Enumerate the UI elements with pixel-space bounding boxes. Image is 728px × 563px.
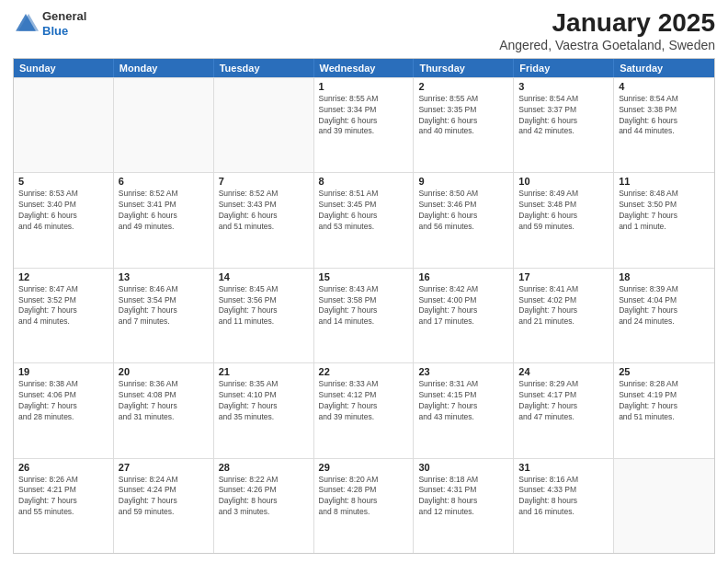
calendar-cell: 7Sunrise: 8:52 AM Sunset: 3:43 PM Daylig… xyxy=(214,173,314,267)
day-info: Sunrise: 8:49 AM Sunset: 3:48 PM Dayligh… xyxy=(518,189,609,233)
day-number: 10 xyxy=(518,176,609,187)
day-info: Sunrise: 8:18 AM Sunset: 4:31 PM Dayligh… xyxy=(418,475,508,519)
calendar-cell: 17Sunrise: 8:41 AM Sunset: 4:02 PM Dayli… xyxy=(514,269,614,362)
day-number: 27 xyxy=(119,462,209,473)
day-number: 4 xyxy=(619,81,710,92)
logo-icon xyxy=(13,11,39,37)
day-number: 29 xyxy=(319,462,409,473)
day-info: Sunrise: 8:52 AM Sunset: 3:41 PM Dayligh… xyxy=(119,189,209,233)
day-number: 31 xyxy=(518,462,609,473)
calendar-title: January 2025 xyxy=(499,9,715,38)
calendar-cell: 14Sunrise: 8:45 AM Sunset: 3:56 PM Dayli… xyxy=(214,269,314,362)
day-info: Sunrise: 8:51 AM Sunset: 3:45 PM Dayligh… xyxy=(319,189,409,233)
day-number: 15 xyxy=(319,271,409,282)
day-info: Sunrise: 8:54 AM Sunset: 3:38 PM Dayligh… xyxy=(619,94,710,138)
calendar-cell: 29Sunrise: 8:20 AM Sunset: 4:28 PM Dayli… xyxy=(314,459,415,553)
day-info: Sunrise: 8:46 AM Sunset: 3:54 PM Dayligh… xyxy=(119,284,209,328)
day-number: 5 xyxy=(18,176,108,187)
calendar-cell: 2Sunrise: 8:55 AM Sunset: 3:35 PM Daylig… xyxy=(414,78,514,172)
day-info: Sunrise: 8:26 AM Sunset: 4:21 PM Dayligh… xyxy=(18,475,108,519)
title-block: January 2025 Angered, Vaestra Goetaland,… xyxy=(499,9,715,52)
calendar-row: 26Sunrise: 8:26 AM Sunset: 4:21 PM Dayli… xyxy=(14,458,714,553)
day-number: 21 xyxy=(219,366,309,377)
day-number: 3 xyxy=(518,81,609,92)
day-info: Sunrise: 8:36 AM Sunset: 4:08 PM Dayligh… xyxy=(119,379,209,423)
calendar-row: 19Sunrise: 8:38 AM Sunset: 4:06 PM Dayli… xyxy=(14,362,714,457)
calendar-cell: 8Sunrise: 8:51 AM Sunset: 3:45 PM Daylig… xyxy=(314,173,415,267)
day-number: 18 xyxy=(619,271,710,282)
day-info: Sunrise: 8:54 AM Sunset: 3:37 PM Dayligh… xyxy=(518,94,609,138)
day-number: 16 xyxy=(418,271,508,282)
calendar-cell: 6Sunrise: 8:52 AM Sunset: 3:41 PM Daylig… xyxy=(114,173,214,267)
day-info: Sunrise: 8:29 AM Sunset: 4:17 PM Dayligh… xyxy=(518,379,609,423)
calendar-cell: 28Sunrise: 8:22 AM Sunset: 4:26 PM Dayli… xyxy=(214,459,314,553)
day-number: 20 xyxy=(119,366,209,377)
day-info: Sunrise: 8:33 AM Sunset: 4:12 PM Dayligh… xyxy=(319,379,409,423)
day-number: 9 xyxy=(418,176,508,187)
logo-blue: Blue xyxy=(42,24,68,38)
calendar-cell xyxy=(114,78,214,172)
day-info: Sunrise: 8:52 AM Sunset: 3:43 PM Dayligh… xyxy=(219,189,309,233)
day-info: Sunrise: 8:22 AM Sunset: 4:26 PM Dayligh… xyxy=(219,475,309,519)
calendar-cell: 13Sunrise: 8:46 AM Sunset: 3:54 PM Dayli… xyxy=(114,269,214,362)
calendar-cell: 11Sunrise: 8:48 AM Sunset: 3:50 PM Dayli… xyxy=(614,173,714,267)
calendar-cell xyxy=(14,78,114,172)
calendar-cell: 10Sunrise: 8:49 AM Sunset: 3:48 PM Dayli… xyxy=(514,173,614,267)
calendar-cell xyxy=(614,459,714,553)
day-info: Sunrise: 8:55 AM Sunset: 3:35 PM Dayligh… xyxy=(418,94,508,138)
day-number: 6 xyxy=(119,176,209,187)
weekday-header: Monday xyxy=(114,59,214,77)
calendar-cell: 30Sunrise: 8:18 AM Sunset: 4:31 PM Dayli… xyxy=(414,459,514,553)
calendar-cell: 12Sunrise: 8:47 AM Sunset: 3:52 PM Dayli… xyxy=(14,269,114,362)
day-info: Sunrise: 8:31 AM Sunset: 4:15 PM Dayligh… xyxy=(418,379,508,423)
calendar-row: 1Sunrise: 8:55 AM Sunset: 3:34 PM Daylig… xyxy=(14,77,714,172)
calendar-cell: 27Sunrise: 8:24 AM Sunset: 4:24 PM Dayli… xyxy=(114,459,214,553)
calendar-cell: 23Sunrise: 8:31 AM Sunset: 4:15 PM Dayli… xyxy=(414,363,514,457)
day-number: 23 xyxy=(418,366,508,377)
day-info: Sunrise: 8:47 AM Sunset: 3:52 PM Dayligh… xyxy=(18,284,108,328)
calendar-subtitle: Angered, Vaestra Goetaland, Sweden xyxy=(499,38,715,52)
calendar-cell: 24Sunrise: 8:29 AM Sunset: 4:17 PM Dayli… xyxy=(514,363,614,457)
calendar-row: 5Sunrise: 8:53 AM Sunset: 3:40 PM Daylig… xyxy=(14,172,714,267)
day-number: 28 xyxy=(219,462,309,473)
weekday-header: Tuesday xyxy=(214,59,314,77)
logo-text: General Blue xyxy=(42,9,86,38)
day-number: 24 xyxy=(518,366,609,377)
day-number: 13 xyxy=(119,271,209,282)
day-number: 30 xyxy=(418,462,508,473)
day-number: 8 xyxy=(319,176,409,187)
weekday-header: Saturday xyxy=(614,59,714,77)
weekday-header: Friday xyxy=(514,59,614,77)
day-info: Sunrise: 8:48 AM Sunset: 3:50 PM Dayligh… xyxy=(619,189,710,233)
day-info: Sunrise: 8:43 AM Sunset: 3:58 PM Dayligh… xyxy=(319,284,409,328)
day-number: 14 xyxy=(219,271,309,282)
day-info: Sunrise: 8:16 AM Sunset: 4:33 PM Dayligh… xyxy=(518,475,609,519)
day-number: 1 xyxy=(319,81,409,92)
page: General Blue January 2025 Angered, Vaest… xyxy=(0,0,728,563)
day-info: Sunrise: 8:20 AM Sunset: 4:28 PM Dayligh… xyxy=(319,475,409,519)
day-number: 2 xyxy=(418,81,508,92)
weekday-header: Thursday xyxy=(414,59,514,77)
calendar-cell: 1Sunrise: 8:55 AM Sunset: 3:34 PM Daylig… xyxy=(314,78,415,172)
calendar-header: SundayMondayTuesdayWednesdayThursdayFrid… xyxy=(14,59,714,77)
calendar-cell: 21Sunrise: 8:35 AM Sunset: 4:10 PM Dayli… xyxy=(214,363,314,457)
day-number: 17 xyxy=(518,271,609,282)
calendar-cell: 9Sunrise: 8:50 AM Sunset: 3:46 PM Daylig… xyxy=(414,173,514,267)
calendar-cell: 15Sunrise: 8:43 AM Sunset: 3:58 PM Dayli… xyxy=(314,269,415,362)
day-info: Sunrise: 8:28 AM Sunset: 4:19 PM Dayligh… xyxy=(619,379,710,423)
calendar-cell: 22Sunrise: 8:33 AM Sunset: 4:12 PM Dayli… xyxy=(314,363,415,457)
day-info: Sunrise: 8:55 AM Sunset: 3:34 PM Dayligh… xyxy=(319,94,409,138)
calendar-cell: 31Sunrise: 8:16 AM Sunset: 4:33 PM Dayli… xyxy=(514,459,614,553)
day-info: Sunrise: 8:42 AM Sunset: 4:00 PM Dayligh… xyxy=(418,284,508,328)
calendar-cell: 18Sunrise: 8:39 AM Sunset: 4:04 PM Dayli… xyxy=(614,269,714,362)
day-number: 19 xyxy=(18,366,108,377)
day-number: 25 xyxy=(619,366,710,377)
weekday-header: Sunday xyxy=(14,59,114,77)
logo-general: General xyxy=(42,9,86,23)
day-info: Sunrise: 8:39 AM Sunset: 4:04 PM Dayligh… xyxy=(619,284,710,328)
day-number: 11 xyxy=(619,176,710,187)
calendar: SundayMondayTuesdayWednesdayThursdayFrid… xyxy=(13,58,715,554)
calendar-cell: 19Sunrise: 8:38 AM Sunset: 4:06 PM Dayli… xyxy=(14,363,114,457)
calendar-cell xyxy=(214,78,314,172)
calendar-cell: 20Sunrise: 8:36 AM Sunset: 4:08 PM Dayli… xyxy=(114,363,214,457)
